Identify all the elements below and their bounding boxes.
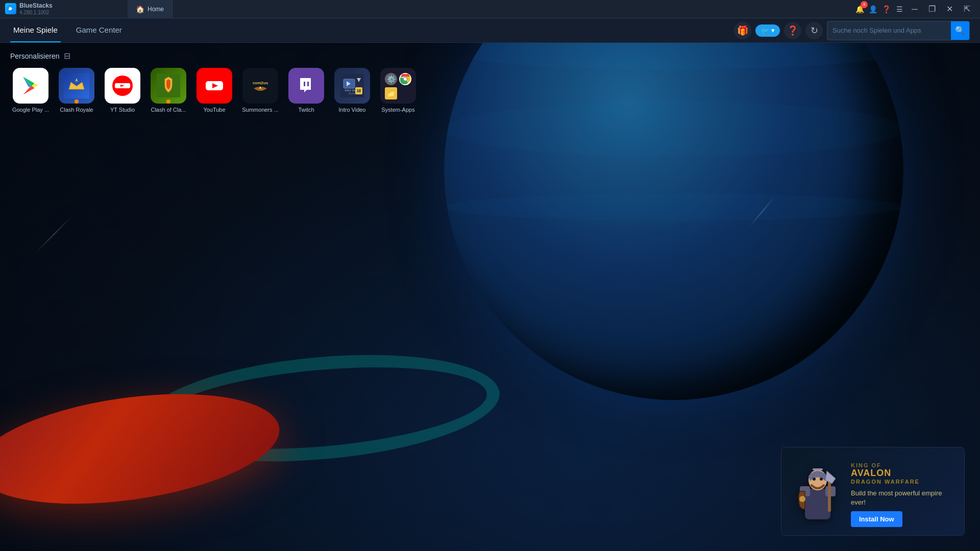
app-icon-twitch xyxy=(288,68,324,104)
app-label-intro-video: Intro Video xyxy=(332,107,373,113)
section-header: Personalisieren ⊟ xyxy=(10,51,970,61)
app-label-summoners-war: Summoners ... xyxy=(240,107,281,113)
menu-button[interactable]: ☰ xyxy=(893,3,905,15)
app-icon-yt-studio xyxy=(105,68,140,104)
app-item-summoners-war[interactable]: com2us Summoners ... xyxy=(240,68,281,113)
search-bar: 🔍 xyxy=(827,21,970,40)
app-item-twitch[interactable]: Twitch xyxy=(286,68,327,113)
app-icon-summoners-war: com2us xyxy=(242,68,278,104)
tab-area: 🏠 Home xyxy=(128,0,173,18)
ad-character xyxy=(790,456,846,527)
svg-text:com2us: com2us xyxy=(253,81,268,85)
svg-rect-30 xyxy=(813,468,823,470)
filter-icon[interactable]: ⊟ xyxy=(64,51,70,61)
ad-inner: KING OF AVALON DRAGON WARFARE Build the … xyxy=(781,447,964,535)
profile-button[interactable]: 👤 xyxy=(867,3,879,15)
support-button[interactable]: ❓ xyxy=(784,22,801,39)
svg-point-34 xyxy=(799,496,805,502)
svg-rect-14 xyxy=(307,82,309,86)
app-label-system-apps: System-Apps xyxy=(378,107,419,113)
close-button[interactable]: ✕ xyxy=(941,1,958,17)
navbar: Meine Spiele Game Center 🎁 🐦 ▾ ❓ ↻ 🔍 xyxy=(0,18,980,43)
tab-game-center[interactable]: Game Center xyxy=(73,18,125,42)
app-icon-youtube xyxy=(197,68,232,104)
nav-actions: 🎁 🐦 ▾ ❓ ↻ 🔍 xyxy=(734,21,970,40)
app-item-yt-studio[interactable]: YT Studio xyxy=(102,68,143,113)
svg-rect-1 xyxy=(64,73,89,98)
bluestacks-logo xyxy=(5,3,16,14)
app-item-system-apps[interactable]: ⚙️ 📁 System- xyxy=(378,68,419,113)
twitter-button[interactable]: 🐦 ▾ xyxy=(755,24,780,37)
svg-text:Maker: Maker xyxy=(349,92,356,95)
ad-text-area: KING OF AVALON DRAGON WARFARE Build the … xyxy=(851,462,956,527)
app-name: BlueStacks 4.280.1.1002 xyxy=(19,2,53,15)
app-label-clash-of-clans: Clash of Cla... xyxy=(148,107,189,113)
clash-royale-update-dot xyxy=(75,99,79,104)
app-item-intro-video[interactable]: M Intro Video Maker Intro Video xyxy=(332,68,373,113)
content-area: Personalisieren ⊟ Google Play ... xyxy=(0,43,980,121)
app-icon-clash-royale xyxy=(59,68,94,104)
clash-of-clans-update-dot xyxy=(166,99,170,104)
tab-meine-spiele[interactable]: Meine Spiele xyxy=(10,18,61,42)
svg-point-25 xyxy=(404,78,407,81)
app-label-clash-royale: Clash Royale xyxy=(56,107,97,113)
help-button[interactable]: ❓ xyxy=(880,3,892,15)
app-grid: Google Play ... xyxy=(10,68,970,113)
app-icon-system-apps: ⚙️ 📁 xyxy=(380,68,416,104)
main-area: Personalisieren ⊟ Google Play ... xyxy=(0,43,980,551)
app-item-clash-royale[interactable]: Clash Royale xyxy=(56,68,97,113)
app-item-clash-of-clans[interactable]: Clash of Cla... xyxy=(148,68,189,113)
notification-badge: 4 xyxy=(861,1,868,8)
app-icon-google-play xyxy=(13,68,48,104)
ad-banner: KING OF AVALON DRAGON WARFARE Build the … xyxy=(781,447,965,536)
notification-button[interactable]: 🔔 4 xyxy=(853,3,866,15)
minimize-button[interactable]: ─ xyxy=(906,1,923,17)
window-controls: 🔔 4 👤 ❓ ☰ ─ ❐ ✕ ⇱ xyxy=(853,1,975,17)
app-item-google-play[interactable]: Google Play ... xyxy=(10,68,51,113)
app-label-yt-studio: YT Studio xyxy=(102,107,143,113)
meteor-1 xyxy=(36,216,72,253)
home-tab-label: Home xyxy=(148,6,164,13)
expand-button[interactable]: ⇱ xyxy=(959,1,975,17)
svg-rect-13 xyxy=(304,82,305,86)
twitter-label: ▾ xyxy=(771,27,775,34)
app-icon-intro-video: M Intro Video Maker xyxy=(334,68,370,104)
install-now-button[interactable]: Install Now xyxy=(851,511,902,527)
gift-button[interactable]: 🎁 xyxy=(734,22,751,39)
svg-point-32 xyxy=(820,478,823,481)
svg-point-31 xyxy=(813,478,816,481)
app-icon-clash-of-clans xyxy=(151,68,186,104)
search-button[interactable]: 🔍 xyxy=(951,21,969,40)
search-input[interactable] xyxy=(827,23,951,37)
twitter-icon: 🐦 xyxy=(761,27,769,35)
ad-description: Build the most powerful empire ever! xyxy=(851,489,956,507)
refresh-button[interactable]: ↻ xyxy=(805,22,823,39)
ad-game-title: KING OF AVALON DRAGON WARFARE xyxy=(851,462,956,485)
logo-area: BlueStacks 4.280.1.1002 xyxy=(5,2,128,15)
restore-button[interactable]: ❐ xyxy=(924,1,940,17)
app-label-google-play: Google Play ... xyxy=(10,107,51,113)
home-icon: 🏠 xyxy=(136,5,144,13)
titlebar: BlueStacks 4.280.1.1002 🏠 Home 🔔 4 👤 ❓ ☰… xyxy=(0,0,980,18)
app-label-youtube: YouTube xyxy=(194,107,235,113)
svg-rect-10 xyxy=(249,74,272,97)
home-tab[interactable]: 🏠 Home xyxy=(128,0,173,18)
app-label-twitch: Twitch xyxy=(286,107,327,113)
personalisieren-label: Personalisieren xyxy=(10,52,60,60)
app-item-youtube[interactable]: YouTube xyxy=(194,68,235,113)
